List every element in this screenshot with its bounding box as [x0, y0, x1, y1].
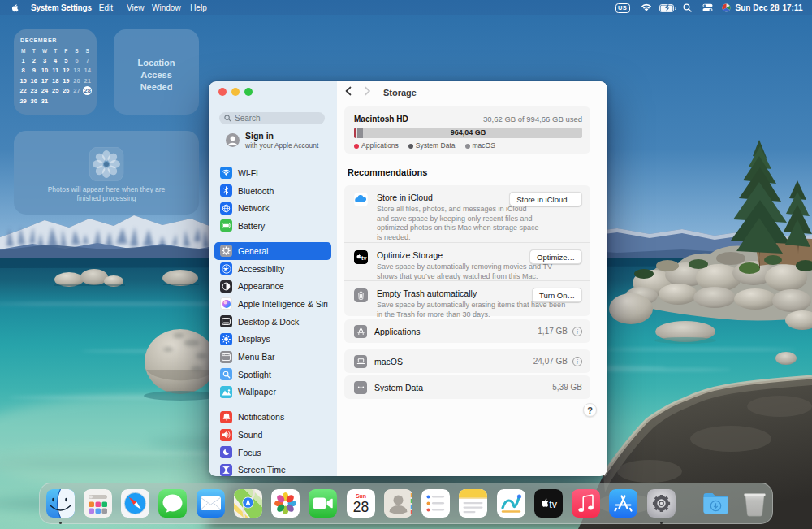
svg-text:28: 28: [352, 499, 368, 515]
svg-text:Sun: Sun: [355, 493, 365, 499]
svg-text:tv: tv: [361, 254, 366, 262]
svg-text:tv: tv: [549, 499, 557, 510]
